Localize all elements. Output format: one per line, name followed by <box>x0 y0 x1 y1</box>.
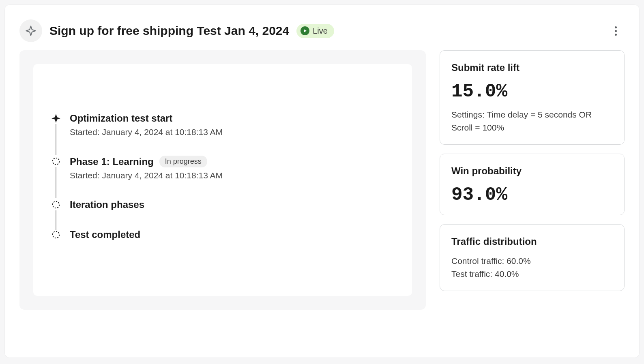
svg-point-1 <box>53 201 60 208</box>
timeline-item-phase1: Phase 1: Learning In progress Started: J… <box>51 156 394 199</box>
stat-label: Traffic distribution <box>451 236 613 247</box>
timeline: Optimization test start Started: January… <box>51 113 394 240</box>
stat-description: Settings: Time delay = 5 seconds OR Scro… <box>451 108 613 134</box>
timeline-panel: Optimization test start Started: January… <box>19 50 426 310</box>
page-header: Sign up for free shipping Test Jan 4, 20… <box>5 5 639 50</box>
more-vertical-icon <box>615 26 617 36</box>
traffic-control-line: Control traffic: 60.0% <box>451 255 613 268</box>
more-actions-button[interactable] <box>607 22 625 40</box>
timeline-item-iteration: Iteration phases <box>51 199 394 229</box>
page-container: Sign up for free shipping Test Jan 4, 20… <box>5 5 639 358</box>
svg-point-2 <box>53 231 60 238</box>
pending-marker-icon <box>51 200 61 210</box>
pending-marker-icon <box>51 156 61 166</box>
status-badge-label: Live <box>313 26 328 36</box>
timeline-item-title: Optimization test start <box>70 113 172 124</box>
stats-panel: Submit rate lift 15.0% Settings: Time de… <box>440 50 625 310</box>
in-progress-badge: In progress <box>159 156 207 167</box>
page-title: Sign up for free shipping Test Jan 4, 20… <box>49 24 289 38</box>
timeline-item-title: Iteration phases <box>70 199 144 210</box>
timeline-connector <box>56 167 56 198</box>
timeline-item-subtitle: Started: January 4, 2024 at 10:18:13 AM <box>70 171 394 180</box>
svg-point-0 <box>53 158 60 165</box>
status-badge-live: Live <box>296 24 334 38</box>
stat-label: Submit rate lift <box>451 62 613 73</box>
submit-rate-card: Submit rate lift 15.0% Settings: Time de… <box>440 50 625 145</box>
win-probability-card: Win probability 93.0% <box>440 154 625 215</box>
timeline-item-start: Optimization test start Started: January… <box>51 113 394 156</box>
timeline-item-title: Phase 1: Learning <box>70 156 154 167</box>
timeline-connector <box>56 124 56 155</box>
content-area: Optimization test start Started: January… <box>5 50 639 324</box>
sparkle-icon <box>25 25 36 36</box>
timeline-item-title: Test completed <box>70 229 140 240</box>
timeline-item-subtitle: Started: January 4, 2024 at 10:18:13 AM <box>70 127 394 137</box>
stat-value: 15.0% <box>451 82 613 101</box>
traffic-distribution-card: Traffic distribution Control traffic: 60… <box>440 224 625 291</box>
sparkle-marker-icon <box>51 113 61 123</box>
timeline-item-completed: Test completed <box>51 229 394 240</box>
traffic-test-line: Test traffic: 40.0% <box>451 268 613 280</box>
timeline-card: Optimization test start Started: January… <box>33 64 412 296</box>
header-icon-circle <box>19 19 42 42</box>
play-icon <box>301 26 309 35</box>
timeline-connector <box>56 210 56 230</box>
pending-marker-icon <box>51 230 61 240</box>
stat-label: Win probability <box>451 165 613 177</box>
stat-value: 93.0% <box>451 186 613 204</box>
